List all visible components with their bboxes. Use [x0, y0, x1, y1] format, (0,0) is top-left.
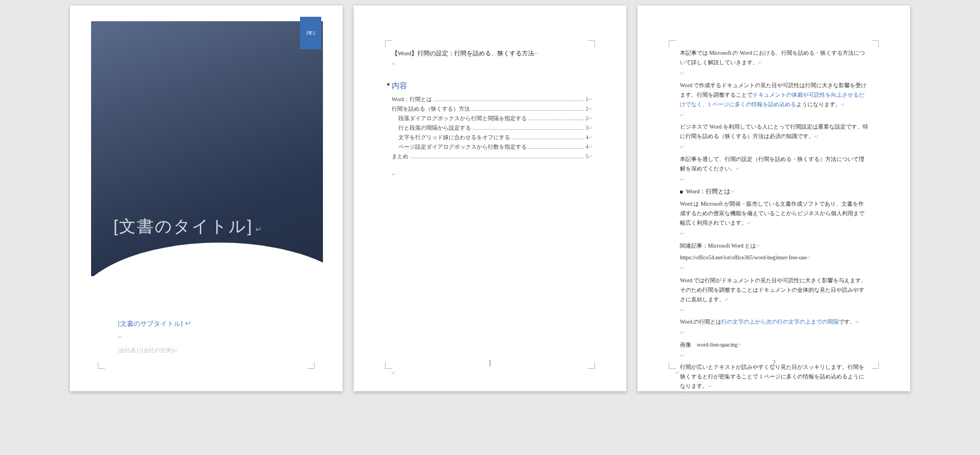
text: ビジネスで Word を利用している人にとって行間設定は重要な設定です。特に行間… [680, 124, 868, 139]
paragraph-mark-icon: ↵ [747, 220, 751, 226]
paragraph-mark-icon: ↵ [807, 255, 811, 260]
para: Word で作成するドキュメントの見た目や可読性は行間に大きな影響を受けます。行… [680, 80, 869, 109]
cover-title: [文書のタイトル]↵ [113, 215, 263, 238]
heading-text: Word：行間とは [686, 188, 730, 195]
toc-entry: Word：行間とは1↵ [392, 96, 593, 103]
toc-leader-dots [410, 158, 584, 158]
para: 画像 word-lien-spacing↵ [680, 340, 869, 349]
toc-entry-text: まとめ [392, 153, 408, 160]
margin-corner-icon [385, 40, 392, 48]
margin-corner-icon [872, 40, 879, 48]
paragraph-mark-icon: ↵ [725, 297, 729, 302]
toc-entry-text: Word：行間とは [392, 96, 432, 103]
page-number: 2 [638, 359, 910, 368]
toc-leader-dots [434, 101, 584, 101]
cover-company-text: [会社名] [[会社の住所] [118, 347, 173, 353]
paragraph-mark-icon: ↵ [680, 69, 869, 78]
text: 本記事を通して、行間の設定（行間を詰める・狭くする）方法について理解を深めてくだ… [680, 156, 864, 172]
toc-leader-dots [512, 139, 584, 139]
paragraph-mark-icon: ↵ [855, 319, 860, 325]
paragraph-mark-icon: ↵ [588, 144, 593, 150]
toc-leader-dots [529, 148, 584, 149]
para: 本記事を通して、行間の設定（行間を詰める・狭くする）方法について理解を深めてくだ… [680, 154, 869, 173]
toc-leader-dots [472, 110, 584, 111]
paragraph-mark-icon: ↵ [814, 134, 819, 139]
url-text: https://office54.net/iot/office365/word-… [680, 253, 869, 262]
text: ようになります。 [796, 101, 841, 107]
anchor-icon [387, 83, 389, 86]
paragraph-mark-icon: ↵ [738, 342, 742, 348]
paragraph-mark-icon: ↵ [173, 348, 178, 353]
toc-entry: まとめ5↵ [392, 153, 593, 160]
page2-heading-text: 【Word】行間の設定：行間を詰める、狭くする方法 [392, 50, 534, 56]
para: Word では行間がドキュメントの見た目や可読性に大きく影響を与えます。そのため… [680, 276, 869, 304]
paragraph-mark-icon: ↵ [588, 106, 593, 112]
paragraph-mark-icon: ↵ [588, 154, 593, 159]
para: 本記事では Microsoft の Word における、行間を詰める・狭くする方… [680, 48, 869, 67]
toc-entry-text: 行と段落の間隔から設定する [398, 124, 471, 132]
page-3-body: 本記事では Microsoft の Word における、行間を詰める・狭くする方… [638, 6, 910, 391]
paragraph-mark-icon: ↵ [118, 334, 122, 340]
cover-subtitle: [文書のサブタイトル]↵ [118, 319, 192, 329]
text: 関連記事：Microsoft Word とは [680, 243, 756, 249]
toc-entry: ページ設定ダイアログボックスから行数を指定する4↵ [392, 143, 593, 151]
cover-company: [会社名] [[会社の住所]↵ [118, 347, 178, 354]
toc-entry-text: ページ設定ダイアログボックスから行数を指定する [398, 143, 527, 151]
toc-entry-text: 行間を詰める（狭くする）方法 [392, 105, 470, 113]
page-1-cover: [年] [文書のタイトル]↵ [文書のサブタイトル]↵ ↵ [会社名] [[会社… [70, 6, 342, 391]
text: Word では行間がドキュメントの見た目や可読性に大きく影響を与えます。そのため… [680, 277, 867, 302]
text: https://office54.net/iot/office365/word-… [680, 254, 807, 260]
toc-entry-text: 段落ダイアログボックスから行間と間隔を指定する [398, 115, 527, 122]
page2-heading: 【Word】行間の設定：行間を詰める、狭くする方法↵ [392, 49, 593, 58]
paragraph-mark-icon: ↵ [588, 116, 593, 121]
paragraph-mark-icon: ↵ [708, 383, 712, 389]
para: ビジネスで Word を利用している人にとって行間設定は重要な設定です。特に行間… [680, 122, 869, 141]
paragraph-mark-icon: ↵ [680, 264, 869, 273]
cover-subtitle-text: [文書のサブタイトル] [118, 320, 183, 328]
paragraph-mark-icon: ↵ [185, 319, 192, 328]
para: 関連記事：Microsoft Word とは↵ [680, 241, 869, 250]
text: Word は Microsoft が開発・販売している文書作成ソフトであり、文書… [680, 201, 864, 226]
paragraph-mark-icon: ↵ [680, 306, 869, 315]
paragraph-mark-icon: ↵ [841, 102, 845, 107]
toc-list: Word：行間とは1↵行間を詰める（狭くする）方法2↵段落ダイアログボックスから… [392, 96, 593, 160]
paragraph-mark-icon: ↵ [680, 230, 869, 238]
page-2-toc: 【Word】行間の設定：行間を詰める、狭くする方法↵ ↵ 内容 Word：行間と… [354, 6, 626, 391]
paragraph-mark-icon: ↵ [680, 329, 869, 337]
year-placeholder: [年] [307, 30, 315, 37]
paragraph-mark-icon: ↵ [588, 97, 593, 102]
toc-entry: 行と段落の間隔から設定する3↵ [392, 124, 593, 132]
section-heading: Word：行間とは↵ [680, 186, 869, 197]
paragraph-mark-icon: ↵ [588, 135, 593, 140]
paragraph-mark-icon: ↵ [758, 60, 763, 65]
paragraph-mark-icon: ↵ [680, 143, 869, 151]
cover-title-text: [文書のタイトル] [113, 217, 253, 235]
paragraph-mark-icon: ↵ [756, 243, 760, 249]
paragraph-mark-icon: ↵ [736, 166, 740, 172]
paragraph-mark-icon: ↵ [680, 394, 869, 397]
margin-corner-icon [669, 40, 676, 48]
margin-corner-icon [588, 40, 595, 48]
paragraph-mark-icon: ↵ [675, 370, 680, 376]
para: Word は Microsoft が開発・販売している文書作成ソフトであり、文書… [680, 199, 869, 228]
paragraph-mark-icon: ↵ [392, 172, 593, 177]
page-number: 1 [354, 359, 626, 368]
paragraph-mark-icon: ↵ [255, 225, 263, 234]
text: Word の行間とは [680, 319, 721, 325]
toc-leader-dots [529, 120, 584, 120]
toc-entry: 段落ダイアログボックスから行間と間隔を指定する2↵ [392, 115, 593, 122]
paragraph-mark-icon: ↵ [392, 61, 593, 67]
highlight-text: 行の文字の上から次の行の文字の上までの間隔 [721, 319, 839, 325]
year-tab: [年] [300, 17, 321, 49]
text: 本記事では Microsoft の Word における、行間を詰める・狭くする方… [680, 50, 865, 65]
paragraph-mark-icon: ↵ [588, 125, 593, 131]
toc-entry: 文字を行グリッド線に合わせるをオフにする4↵ [392, 134, 593, 141]
para: Word の行間とは行の文字の上から次の行の文字の上までの間隔です。↵ [680, 317, 869, 326]
toc-leader-dots [473, 129, 584, 130]
text: 画像 word-lien-spacing [680, 342, 738, 348]
margin-corner-icon [98, 362, 105, 369]
paragraph-mark-icon: ↵ [730, 189, 735, 195]
paragraph-mark-icon: ↵ [680, 176, 869, 184]
toc-entry-text: 文字を行グリッド線に合わせるをオフにする [398, 134, 510, 141]
margin-corner-icon [307, 362, 315, 369]
